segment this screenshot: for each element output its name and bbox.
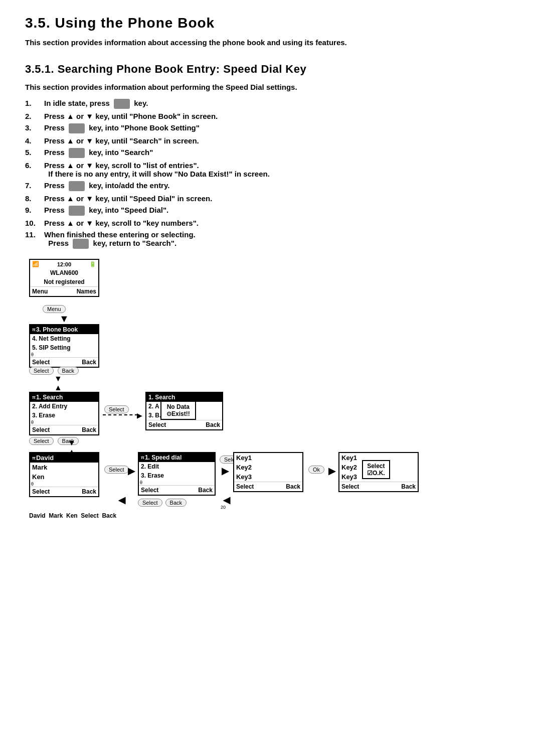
speed-dial-soft-right: Back (198, 487, 213, 494)
pb-sub-right-select-btn[interactable]: Select (104, 405, 129, 413)
entry-item-3: Ken (30, 472, 98, 482)
step-10: 10. Press ▲ or ▼ key, scroll to "key num… (25, 219, 511, 227)
popup-ok: ☑O.K. (367, 470, 385, 477)
step-7: 7. Press key, into/add the entry. (25, 181, 511, 191)
step-9: 9. Press key, into "Speed Dial". (25, 206, 511, 216)
step-5: 5. Press key, into "Search" (25, 148, 511, 158)
pb-menu-item-3: 5. SIP Setting (30, 343, 98, 352)
step-2: 2. Press ▲ or ▼ key, until "Phone Book" … (25, 112, 511, 120)
dashed-arrow (103, 414, 138, 415)
theta-4: θ (139, 480, 215, 485)
no-data-popup: No Data ⊙Exist!! (160, 401, 196, 420)
signal-icon: 📶 (32, 261, 39, 267)
theta-1: θ (30, 352, 98, 357)
flow-arrow-down-3: ▼▲ (68, 438, 76, 457)
step-1: 1. In idle state, press key. (25, 99, 511, 109)
entries-soft-left: Select (32, 488, 50, 495)
step-6: 6. Press ▲ or ▼ key, scroll to "list of … (25, 161, 511, 178)
popup-no-data: No Data (166, 403, 190, 410)
flow-arrow-left-2: ◀ (223, 495, 230, 506)
battery-icon: 🔋 (89, 261, 96, 267)
key-soft-right: Back (286, 483, 300, 490)
pb-sub2-item-2: 2. A (148, 403, 159, 410)
pb-sub2-item-1: 1. Search (148, 394, 175, 401)
popup-select: Select (367, 463, 385, 470)
entry-item-1: David (36, 454, 54, 462)
ok-btn[interactable]: Ok (308, 466, 324, 474)
flow-arrow-right-2: ▶ (222, 466, 229, 477)
key-final-soft-right: Back (401, 483, 416, 490)
key-icon-3 (69, 123, 85, 133)
speed-dial-item-1: 1. Speed dial (145, 454, 182, 461)
pb-menu-soft-left: Select (32, 359, 50, 366)
subsection-title: 3.5.1. Searching Phone Book Entry: Speed… (25, 63, 511, 76)
pb-submenu-screen: π 1. Search 2. Add Entry 3. Erase θ Sele… (29, 392, 99, 435)
step-counter: 20 (221, 505, 226, 510)
screens-area: 📶 12:00 🔋 WLAN600 Not registered Menu Na… (25, 259, 516, 560)
key-icon-7 (69, 181, 85, 191)
idle-time: 12:00 (57, 261, 71, 267)
key-icon-11 (73, 239, 89, 249)
step-11: 11. When finished these entering or sele… (25, 230, 511, 249)
idle-model: WLAN600 (30, 268, 98, 277)
speed-dial-select-btn[interactable]: Select (138, 499, 162, 507)
pb-sub-soft-left: Select (32, 426, 50, 433)
popup-exist: ⊙Exist!! (166, 410, 190, 417)
section-intro: This section provides information about … (25, 37, 511, 49)
theta-2: θ (30, 420, 98, 425)
speed-dial-buttons: Select Back (138, 499, 187, 507)
key-ok-popup: Select ☑O.K. (362, 460, 390, 479)
pb-sub2-soft-right: Back (206, 421, 220, 428)
flow-arrow-down-1: ▼ (59, 313, 69, 325)
step-8: 8. Press ▲ or ▼ key, until "Speed Dial" … (25, 194, 511, 203)
entry-item-2: Mark (30, 463, 98, 472)
theta-3: θ (30, 482, 98, 487)
entries-soft-right: Back (82, 488, 96, 495)
pi-4: π (141, 455, 144, 460)
key-numbers-screen: Key1 Key2 Key3 Select Back (233, 452, 303, 492)
pb-sub-item-2: 2. Add Entry (30, 402, 98, 411)
idle-status: Not registered (30, 277, 98, 286)
idle-soft-left: Menu (32, 288, 48, 295)
key-icon-1 (114, 99, 130, 109)
pb-menu-soft-right: Back (82, 359, 96, 366)
speed-dial-screen: π 1. Speed dial 2. Edit 3. Erase θ Selec… (138, 452, 216, 496)
pi-2: π (32, 395, 36, 400)
speed-dial-soft-left: Select (141, 487, 158, 494)
flow-arrow-right-1: ▶ (128, 466, 135, 477)
subsection-intro: This section provides information about … (25, 82, 511, 93)
idle-screen: 📶 12:00 🔋 WLAN600 Not registered Menu Na… (29, 259, 99, 297)
pb-sub-item-3: 3. Erase (30, 411, 98, 420)
key-icon-9 (69, 206, 85, 216)
key-final-item-2: Key2 (341, 464, 357, 471)
speed-dial-back-btn[interactable]: Back (165, 499, 187, 507)
pi-3: π (32, 456, 36, 461)
entries-list-screen: π David Mark Ken θ Select Back (29, 452, 99, 497)
pb-sub-select-btn[interactable]: Select (29, 437, 54, 445)
pb-sub-soft-right: Back (82, 426, 96, 433)
flow-arrow-left-1: ◀ (118, 495, 125, 506)
pb-menu-buttons: Select Back (29, 367, 79, 375)
steps-list: 1. In idle state, press key. 2. Press ▲ … (25, 99, 511, 249)
phonebook-menu-screen: π 3. Phone Book 4. Net Setting 5. SIP Se… (29, 324, 99, 368)
key-icon-5 (69, 148, 85, 158)
dash-arrow-head: ▶ (137, 411, 142, 419)
entries-select-btn[interactable]: Select (104, 466, 129, 474)
menu-btn-label[interactable]: Menu (43, 304, 66, 313)
pi-1: π (32, 327, 36, 332)
key-item-2: Key2 (234, 463, 302, 472)
pb-submenu2-screen: 1. Search 2. A No Data ⊙Exist!! 3. B... … (145, 392, 223, 430)
pb-menu-item-1: 3. Phone Book (36, 326, 78, 333)
pb-back-btn[interactable]: Back (58, 367, 79, 375)
step-4: 4. Press ▲ or ▼ key, until "Search" in s… (25, 136, 511, 145)
speed-dial-item-3: 3. Erase (139, 471, 215, 480)
key-item-3: Key3 (234, 472, 302, 482)
speed-dial-item-2: 2. Edit (139, 462, 215, 471)
idle-soft-right: Names (77, 288, 96, 295)
flow-arrow-down-2: ▼▲ (54, 374, 62, 392)
flow-arrow-right-3: ▶ (328, 466, 335, 477)
pb-sub2-soft-left: Select (148, 421, 166, 428)
pb-menu-item-2: 4. Net Setting (30, 334, 98, 343)
key-numbers-final-screen: Key1 Key2 Select ☑O.K. Key3 Select Back (338, 452, 419, 492)
pb-select-btn[interactable]: Select (29, 367, 54, 375)
